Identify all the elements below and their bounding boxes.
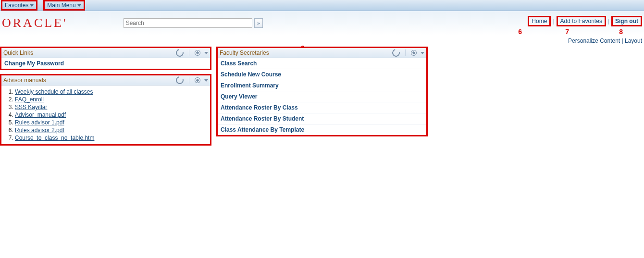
manual-link[interactable]: Rules advisor 2.pdf (15, 127, 64, 134)
top-nav-bar: Favorites Main Menu (0, 0, 644, 11)
personalize-link[interactable]: Personalize (568, 37, 598, 44)
pagelet-body: Weekly schedule of all classes FAQ_enrol… (1, 88, 210, 141)
gear-icon[interactable] (195, 77, 200, 83)
pagelet-faculty-secretaries: Faculty Secretaries Class Search Schedul… (217, 48, 427, 135)
refresh-icon[interactable] (174, 75, 185, 86)
pagelet-header: Advisor manuals (1, 75, 210, 86)
pagelet-header: Quick Links (1, 48, 210, 58)
separator: | (553, 18, 554, 25)
list-item: Weekly schedule of all classes (15, 88, 210, 95)
gear-icon[interactable] (411, 50, 417, 56)
refresh-icon[interactable] (174, 48, 185, 58)
chevron-down-icon[interactable] (204, 52, 208, 54)
faclink-class-attendance-template[interactable]: Class Attendance By Template (218, 124, 426, 135)
faclink-enrollment-summary[interactable]: Enrollment Summary (218, 80, 426, 91)
annotation-6: 6 (518, 28, 522, 36)
content-area: Quick Links Change My Password Advisor m… (0, 48, 644, 150)
right-column: Faculty Secretaries Class Search Schedul… (217, 48, 427, 150)
list-item: Rules advisor 1.pdf (15, 119, 210, 126)
separator: | (608, 18, 609, 25)
list-item: FAQ_enroll (15, 96, 210, 103)
main-menu-label: Main Menu (47, 2, 75, 9)
oracle-logo: ORACLE' (2, 16, 66, 30)
global-search: » (124, 18, 263, 28)
faclink-schedule-new-course[interactable]: Schedule New Course (218, 69, 426, 80)
refresh-icon[interactable] (391, 48, 401, 58)
chevron-down-icon (77, 4, 81, 7)
separator (189, 77, 189, 84)
annotation-8: 8 (619, 28, 623, 36)
manual-link[interactable]: Course_to_class_no_table.htm (15, 135, 94, 141)
pagelet-title: Faculty Secretaries (220, 49, 392, 56)
manual-link[interactable]: SSS Kayitlar (15, 104, 47, 111)
search-input[interactable] (124, 18, 252, 28)
personalize-content-link[interactable]: Content (600, 37, 620, 44)
branding-row: ORACLE' » Home | Add to Favorites | Sign… (0, 11, 644, 35)
personalize-bar: Personalize Content | Layout (568, 37, 642, 44)
list-item: Advisor_manual.pdf (15, 111, 210, 118)
home-link[interactable]: Home (529, 17, 550, 25)
personalize-layout-link[interactable]: Layout (625, 37, 642, 44)
quick-link-change-password[interactable]: Change My Password (1, 58, 210, 69)
pagelet-header: Faculty Secretaries (218, 48, 426, 58)
favorites-menu[interactable]: Favorites (2, 1, 37, 10)
sign-out-link[interactable]: Sign out (612, 17, 641, 25)
gear-icon[interactable] (195, 50, 200, 56)
pagelet-title: Quick Links (3, 49, 176, 56)
pagelet-body: Class Search Schedule New Course Enrollm… (218, 58, 426, 135)
chevron-down-icon (30, 4, 34, 7)
advisor-manuals-list: Weekly schedule of all classes FAQ_enrol… (15, 88, 210, 141)
separator (405, 49, 406, 56)
header-links: Home | Add to Favorites | Sign out (529, 17, 641, 25)
annotation-7: 7 (565, 28, 569, 36)
pagelet-body: Change My Password (1, 58, 210, 69)
faclink-attendance-roster-student[interactable]: Attendance Roster By Student (218, 113, 426, 124)
list-item: Rules advisor 2.pdf (15, 127, 210, 134)
left-column: Quick Links Change My Password Advisor m… (1, 48, 211, 150)
manual-link[interactable]: Weekly schedule of all classes (15, 88, 93, 95)
list-item: SSS Kayitlar (15, 104, 210, 111)
search-go-button[interactable]: » (254, 18, 263, 28)
chevron-down-icon[interactable] (421, 52, 424, 54)
favorites-menu-label: Favorites (5, 2, 28, 9)
manual-link[interactable]: Rules advisor 1.pdf (15, 119, 64, 126)
faclink-query-viewer[interactable]: Query Viewer (218, 91, 426, 102)
pagelet-quick-links: Quick Links Change My Password (1, 48, 211, 69)
pagelet-header-icons (176, 76, 208, 84)
pagelet-advisor-manuals: Advisor manuals Weekly schedule of all c… (1, 75, 211, 145)
manual-link[interactable]: Advisor_manual.pdf (15, 111, 66, 118)
main-menu[interactable]: Main Menu (44, 1, 84, 10)
faclink-class-search[interactable]: Class Search (218, 58, 426, 69)
separator (189, 49, 189, 56)
add-to-favorites-link[interactable]: Add to Favorites (557, 17, 605, 25)
pagelet-title: Advisor manuals (3, 77, 176, 84)
chevron-down-icon[interactable] (204, 79, 208, 82)
pagelet-header-icons (176, 49, 208, 57)
list-item: Course_to_class_no_table.htm (15, 135, 210, 141)
manual-link[interactable]: FAQ_enroll (15, 96, 44, 103)
faclink-attendance-roster-class[interactable]: Attendance Roster By Class (218, 102, 426, 113)
pagelet-header-icons (392, 49, 424, 57)
